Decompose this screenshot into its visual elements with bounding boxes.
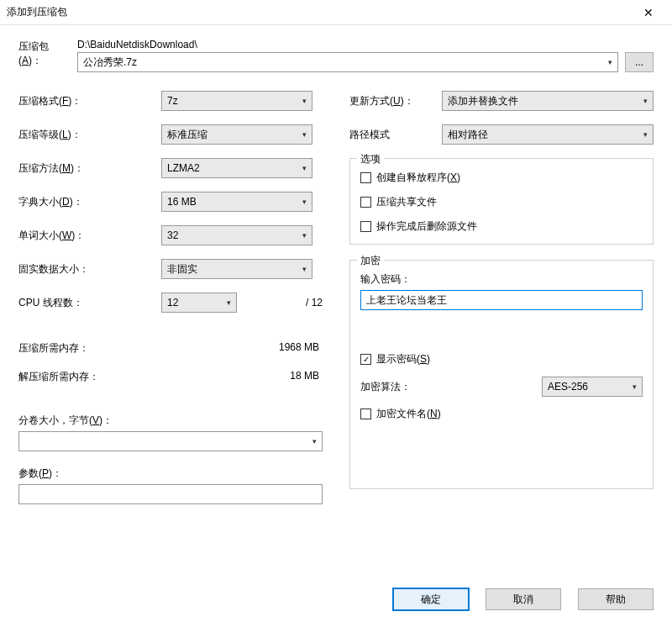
- dialog-content: 压缩包(A)： D:\BaiduNetdiskDownload\ 公冶秀荣.7z…: [0, 25, 672, 511]
- password-label: 输入密码：: [360, 272, 643, 287]
- chevron-down-icon: ▾: [302, 231, 307, 240]
- show-password-checkbox[interactable]: ✓: [360, 354, 371, 365]
- archive-label: 压缩包(A)：: [18, 40, 71, 72]
- pathmode-dropdown[interactable]: 相对路径▾: [442, 124, 654, 145]
- cancel-button[interactable]: 取消: [486, 588, 561, 610]
- method-dropdown[interactable]: LZMA2▾: [161, 158, 312, 178]
- volume-dropdown[interactable]: ▾: [18, 431, 323, 451]
- browse-button[interactable]: ...: [625, 52, 654, 72]
- share-label: 压缩共享文件: [376, 195, 437, 209]
- solid-dropdown[interactable]: 非固实▾: [161, 259, 312, 279]
- password-input[interactable]: 上老王论坛当老王: [360, 290, 643, 310]
- chevron-down-icon: ▾: [302, 130, 307, 139]
- format-dropdown[interactable]: 7z▾: [161, 91, 312, 111]
- options-group: 选项 创建自释放程序(X) 压缩共享文件 操作完成后删除源文件: [349, 158, 654, 245]
- chevron-down-icon: ▾: [312, 437, 317, 445]
- ok-button[interactable]: 确定: [393, 588, 469, 610]
- params-label: 参数(P)：: [18, 466, 323, 481]
- archive-filename-dropdown[interactable]: 公冶秀荣.7z ▾: [77, 52, 618, 72]
- share-checkbox[interactable]: [360, 197, 371, 208]
- chevron-down-icon: ▾: [227, 298, 231, 307]
- chevron-down-icon: ▾: [302, 198, 307, 206]
- chevron-down-icon: ▾: [302, 164, 307, 172]
- archive-path: D:\BaiduNetdiskDownload\: [77, 39, 618, 50]
- algorithm-label: 加密算法：: [360, 380, 411, 394]
- level-label: 压缩等级(L)：: [18, 128, 161, 142]
- chevron-down-icon: ▾: [302, 97, 307, 105]
- titlebar: 添加到压缩包 ✕: [0, 0, 672, 25]
- help-button[interactable]: 帮助: [578, 588, 654, 610]
- algorithm-dropdown[interactable]: AES-256▾: [542, 377, 643, 397]
- archive-row: 压缩包(A)： D:\BaiduNetdiskDownload\ 公冶秀荣.7z…: [18, 39, 654, 72]
- update-dropdown[interactable]: 添加并替换文件▾: [442, 91, 654, 111]
- window-title: 添加到压缩包: [7, 5, 632, 19]
- level-dropdown[interactable]: 标准压缩▾: [161, 124, 312, 145]
- options-legend: 选项: [357, 152, 384, 166]
- show-password-label: 显示密码(S): [376, 352, 430, 366]
- cpu-total: / 12: [306, 297, 323, 308]
- chevron-down-icon: ▾: [633, 382, 637, 391]
- memory-compress-value: 1968 MB: [161, 341, 323, 356]
- delete-checkbox[interactable]: [360, 221, 371, 232]
- pathmode-label: 路径模式: [349, 128, 442, 142]
- cpu-label: CPU 线程数：: [18, 296, 161, 310]
- dialog-footer: 确定 取消 帮助: [393, 588, 654, 610]
- encrypt-names-checkbox[interactable]: [360, 409, 371, 419]
- chevron-down-icon: ▾: [608, 58, 612, 66]
- word-dropdown[interactable]: 32▾: [161, 225, 312, 245]
- word-label: 单词大小(W)：: [18, 229, 161, 243]
- volume-label: 分卷大小，字节(V)：: [18, 414, 323, 428]
- encryption-legend: 加密: [357, 254, 384, 268]
- sfx-label: 创建自释放程序(X): [376, 171, 460, 185]
- right-column: 更新方式(U)： 添加并替换文件▾ 路径模式 相对路径▾ 选项 创建自释放程序(…: [349, 91, 654, 504]
- memory-decompress-label: 解压缩所需内存：: [18, 370, 161, 385]
- sfx-checkbox[interactable]: [360, 172, 371, 183]
- format-label: 压缩格式(F)：: [18, 94, 161, 108]
- chevron-down-icon: ▾: [643, 130, 648, 139]
- params-input[interactable]: [18, 484, 323, 504]
- chevron-down-icon: ▾: [302, 265, 307, 273]
- chevron-down-icon: ▾: [643, 97, 648, 105]
- close-button[interactable]: ✕: [632, 1, 665, 24]
- memory-compress-label: 压缩所需内存：: [18, 341, 161, 356]
- encrypt-names-label: 加密文件名(N): [376, 407, 441, 421]
- encryption-group: 加密 输入密码： 上老王论坛当老王 ✓ 显示密码(S) 加密算法： AES-25…: [349, 260, 654, 489]
- update-label: 更新方式(U)：: [349, 94, 442, 108]
- delete-label: 操作完成后删除源文件: [376, 219, 477, 234]
- cpu-dropdown[interactable]: 12▾: [161, 293, 237, 313]
- dictionary-label: 字典大小(D)：: [18, 195, 161, 209]
- solid-label: 固实数据大小：: [18, 262, 161, 277]
- dictionary-dropdown[interactable]: 16 MB▾: [161, 192, 312, 212]
- left-column: 压缩格式(F)： 7z▾ 压缩等级(L)： 标准压缩▾ 压缩方法(M)： LZM…: [18, 91, 323, 504]
- memory-decompress-value: 18 MB: [161, 370, 323, 385]
- method-label: 压缩方法(M)：: [18, 161, 161, 176]
